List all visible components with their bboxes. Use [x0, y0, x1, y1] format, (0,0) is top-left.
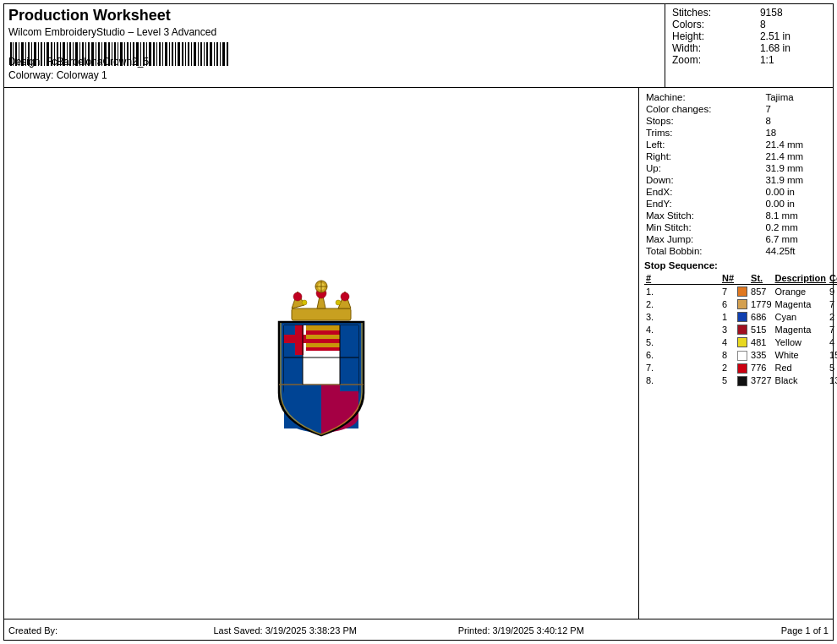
last-saved-label: Last Saved: — [214, 625, 263, 636]
footer: Created By: Last Saved: 3/19/2025 3:38:2… — [3, 619, 834, 641]
svg-rect-89 — [306, 325, 340, 330]
svg-rect-49 — [162, 42, 163, 66]
col-st-header: St. — [749, 272, 773, 285]
svg-rect-62 — [204, 42, 205, 66]
svg-rect-59 — [194, 42, 196, 66]
zoom-value: 1:1 — [758, 54, 829, 66]
preview-area: FCB — [3, 88, 639, 619]
left-label: Left: — [644, 139, 763, 150]
row-n: 7 — [720, 285, 736, 298]
row-color-swatch — [736, 336, 749, 348]
svg-rect-51 — [169, 42, 170, 66]
row-color-swatch — [736, 323, 749, 336]
row-st: 481 — [749, 336, 773, 348]
svg-rect-69 — [227, 42, 228, 66]
svg-rect-58 — [191, 42, 192, 66]
table-row: 5. 4 481 Yellow 4 Wilcom — [644, 336, 837, 348]
row-num: 6. — [644, 348, 720, 361]
width-value: 1.68 in — [758, 42, 829, 54]
svg-rect-65 — [214, 42, 215, 66]
height-label: Height: — [670, 30, 758, 42]
svg-rect-50 — [165, 42, 167, 66]
svg-rect-45 — [149, 42, 151, 66]
min-stitch-label: Min Stitch: — [644, 221, 763, 233]
col-desc-header: Description — [774, 272, 829, 285]
colorway-label: Colorway: — [8, 69, 53, 81]
stitches-value: 9158 — [758, 7, 829, 19]
footer-printed: Printed: 3/19/2025 3:40:12 PM — [418, 625, 624, 636]
row-description: Cyan — [774, 310, 829, 323]
col-code-header: Code — [828, 272, 837, 285]
zoom-label: Zoom: — [670, 54, 758, 66]
up-value: 31.9 mm — [763, 162, 829, 174]
row-color-swatch — [736, 297, 749, 310]
colors-value: 8 — [758, 19, 829, 30]
row-st: 686 — [749, 310, 773, 323]
svg-rect-70 — [292, 308, 351, 320]
svg-rect-66 — [216, 42, 218, 66]
row-code: 9 — [828, 285, 837, 298]
design-info: Design: FcBarcelonaCrown2_5 Colorway: Co… — [8, 56, 149, 83]
colors-label: Colors: — [670, 19, 758, 30]
row-n: 2 — [720, 362, 736, 374]
row-description: Yellow — [774, 336, 829, 348]
col-n-header: N# — [720, 272, 736, 285]
info-panel: Machine: Tajima Color changes: 7 Stops: … — [639, 88, 834, 619]
endx-label: EndX: — [644, 186, 763, 198]
last-saved-value: 3/19/2025 3:38:23 PM — [265, 625, 357, 636]
embroidery-badge: FCB — [237, 248, 406, 467]
svg-rect-94 — [306, 347, 340, 351]
colorway-value: Colorway 1 — [57, 69, 107, 81]
endy-value: 0.00 in — [763, 198, 829, 210]
printed-value: 3/19/2025 3:40:12 PM — [493, 625, 584, 636]
svg-rect-55 — [182, 42, 183, 66]
row-description: Magenta — [774, 323, 829, 336]
height-value: 2.51 in — [758, 30, 829, 42]
down-value: 31.9 mm — [763, 174, 829, 186]
row-n: 5 — [720, 374, 736, 387]
row-num: 5. — [644, 336, 720, 348]
row-n: 6 — [720, 297, 736, 310]
row-num: 3. — [644, 310, 720, 323]
row-n: 4 — [720, 336, 736, 348]
col-num-header: # — [644, 272, 720, 285]
endy-label: EndY: — [644, 198, 763, 210]
row-color-swatch — [736, 310, 749, 323]
svg-rect-57 — [188, 42, 189, 66]
row-description: Orange — [774, 285, 829, 298]
row-code: 4 — [828, 336, 837, 348]
down-label: Down: — [644, 174, 763, 186]
row-color-swatch — [736, 348, 749, 361]
svg-rect-54 — [178, 42, 180, 66]
svg-rect-61 — [200, 42, 202, 66]
table-row: 8. 5 3727 Black 13 Wilcom — [644, 374, 837, 387]
row-st: 776 — [749, 362, 773, 374]
row-description: Red — [774, 362, 829, 374]
svg-rect-93 — [306, 343, 340, 347]
color-changes-value: 7 — [763, 103, 829, 115]
row-color-swatch — [736, 362, 749, 374]
footer-last-saved: Last Saved: 3/19/2025 3:38:23 PM — [214, 625, 419, 636]
svg-rect-67 — [220, 42, 221, 66]
svg-rect-56 — [185, 42, 186, 66]
page-label: Page 1 of 1 — [781, 625, 829, 636]
row-num: 7. — [644, 362, 720, 374]
color-changes-label: Color changes: — [644, 103, 763, 115]
svg-rect-60 — [198, 42, 199, 66]
total-bobbin-value: 44.25ft — [763, 245, 829, 257]
svg-point-77 — [302, 300, 307, 305]
svg-rect-92 — [306, 339, 340, 343]
svg-rect-46 — [153, 42, 155, 66]
left-value: 21.4 mm — [763, 139, 829, 150]
row-st: 857 — [749, 285, 773, 298]
row-n: 1 — [720, 310, 736, 323]
row-code: 15 — [828, 348, 837, 361]
printed-label: Printed: — [458, 625, 490, 636]
row-num: 1. — [644, 285, 720, 298]
right-label: Right: — [644, 150, 763, 162]
row-num: 8. — [644, 374, 720, 387]
svg-rect-53 — [175, 42, 176, 66]
row-color-swatch — [736, 374, 749, 387]
trims-label: Trims: — [644, 127, 763, 139]
row-st: 515 — [749, 323, 773, 336]
